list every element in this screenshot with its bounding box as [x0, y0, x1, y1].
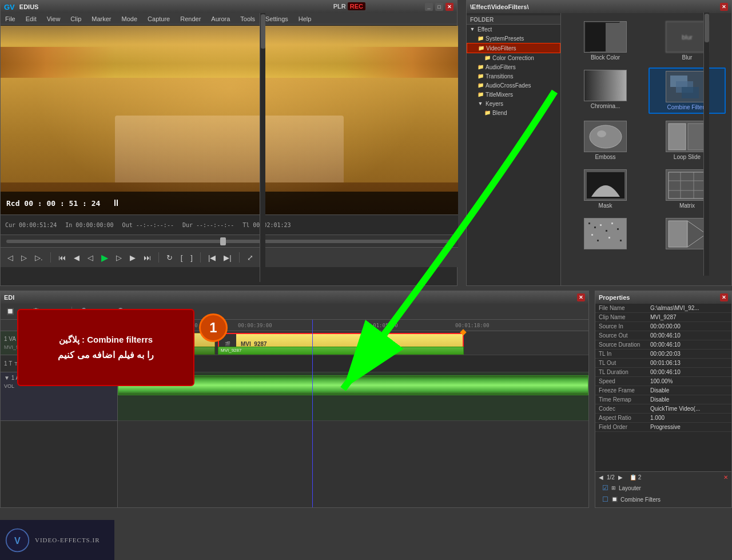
tree-item-colorcorrection[interactable]: 📁 Color Correction [467, 53, 560, 62]
transport-fwd-slow[interactable]: ▷ [114, 252, 124, 263]
timeline-close-button[interactable]: ✕ [577, 293, 585, 301]
menu-marker[interactable]: Marker [89, 15, 113, 22]
scrubber-track[interactable] [6, 240, 452, 243]
transport-back-frame[interactable]: ◀ [71, 252, 82, 263]
effect-label-mask: Mask [599, 202, 612, 209]
prop-val-tlout: 00:01:06:13 [650, 360, 681, 366]
preview-window: GV EDIUS PLR REC _ □ ✕ File Edit View Cl… [0, 0, 458, 286]
prop-tlin: TL In 00:00:20:03 [595, 349, 731, 359]
toolbar-snap[interactable]: 🔲 [4, 307, 17, 316]
effect-emboss[interactable]: Emboss [567, 118, 644, 162]
tree-item-titlemixers[interactable]: 📁 TitleMixers [467, 90, 560, 99]
effect-blur[interactable]: blur Blur [649, 19, 726, 63]
right-main-scrollbar[interactable] [703, 13, 709, 276]
transport-mark-out[interactable]: ] [188, 252, 195, 263]
timecode-display: Rcd 00 : 00 : 51 : 24 [6, 199, 100, 208]
folder-icon-1: 📁 [477, 35, 484, 42]
playhead[interactable] [312, 320, 313, 507]
prop-key-clipname: Clip Name [599, 314, 650, 320]
menu-render[interactable]: Render [178, 15, 203, 22]
effect-thumb-noise [584, 218, 627, 249]
effect-fold[interactable] [649, 216, 726, 253]
transport-extra-1[interactable]: |◀ [206, 252, 218, 263]
tree-label-effect: Effect [478, 26, 492, 33]
cur-label: Cur 00:00:51:24 [5, 222, 57, 228]
svg-rect-25 [620, 240, 622, 241]
transport-separator-4 [239, 252, 240, 263]
props-pagination: ◀ 1/2 ▶ [599, 474, 623, 480]
menu-capture[interactable]: Capture [145, 15, 172, 22]
scrubber-head[interactable] [220, 237, 226, 245]
prop-sourcein: Source In 00:00:00:00 [595, 322, 731, 331]
tree-label-audiofilters: AudioFilters [486, 64, 516, 70]
transport-back-slow[interactable]: ◁ [85, 252, 96, 263]
effect-loop-slide[interactable]: Loop Slide [649, 118, 726, 162]
transport-separator-3 [200, 252, 201, 263]
transport-step-fwd[interactable]: ▷. [33, 252, 45, 263]
tree-item-keyers[interactable]: ▼ Keyers [467, 99, 560, 108]
menu-help[interactable]: Help [296, 15, 314, 22]
effect-mask[interactable]: Mask [567, 167, 644, 211]
tree-item-videofilters[interactable]: 📁 VideoFilters [467, 43, 560, 53]
svg-rect-24 [608, 237, 610, 239]
transport-play[interactable]: ▶ [99, 251, 110, 264]
tree-item-transitions[interactable]: 📁 Transitions [467, 72, 560, 81]
minimize-button[interactable]: _ [425, 3, 433, 11]
effect-close-button[interactable]: ✕ [720, 3, 728, 11]
props-close-button[interactable]: ✕ [720, 293, 728, 301]
svg-point-6 [597, 130, 606, 137]
layouter-check: ☑ [602, 484, 608, 492]
tree-item-audiocrossfades[interactable]: 📁 AudioCrossFades [467, 81, 560, 90]
page-fwd-icon[interactable]: ▶ [618, 474, 623, 480]
plr-label: PLR [333, 3, 346, 10]
transport-mark-in[interactable]: [ [178, 252, 185, 263]
maximize-button[interactable]: □ [435, 3, 443, 11]
prop-key-codec: Codec [599, 406, 650, 412]
close-button[interactable]: ✕ [445, 3, 453, 11]
tree-item-audiofilters[interactable]: 📁 AudioFilters [467, 62, 560, 72]
tree-item-effect[interactable]: ▼ Effect [467, 25, 560, 34]
properties-panel: Properties ✕ File Name G:\almas\MVI_92..… [595, 291, 732, 508]
transport-step-back[interactable]: ▷ [19, 252, 29, 263]
effect-noise[interactable] [567, 216, 644, 253]
menu-aurora[interactable]: Aurora [209, 15, 232, 22]
transport-prev-frame[interactable]: ◁ [5, 252, 15, 263]
menu-edit[interactable]: Edit [23, 15, 39, 22]
menu-view[interactable]: View [45, 15, 63, 22]
effect-block-color[interactable]: Block Color [567, 19, 644, 63]
transport-extra-3[interactable]: ⤢ [245, 252, 256, 263]
transport-loop[interactable]: ↻ [164, 252, 175, 263]
tree-label-titlemixers: TitleMixers [486, 92, 513, 98]
menu-file[interactable]: File [3, 15, 18, 22]
effect-chromina[interactable]: Chromina... [567, 67, 644, 114]
prop-filename: File Name G:\almas\MVI_92... [595, 304, 731, 313]
effect-combine-filters[interactable]: Combine Filters [649, 67, 726, 114]
right-scrollbar-thumb[interactable] [705, 14, 709, 42]
transport-rewind[interactable]: ⏮ [56, 252, 68, 263]
folder-icon-5: 📁 [477, 73, 484, 80]
svg-rect-17 [594, 227, 596, 228]
clip-mvi9287-audio-label: MVI_9287 [218, 347, 464, 355]
prop-key-sourcein: Source In [599, 323, 650, 329]
prop-key-freeze: Freeze Frame [599, 387, 650, 394]
transport-fast-fwd[interactable]: ⏭ [141, 252, 153, 263]
transport-fwd-frame[interactable]: ▶ [128, 252, 138, 263]
page-back-icon[interactable]: ◀ [599, 474, 603, 480]
transport-extra-2[interactable]: ▶| [221, 252, 233, 263]
tree-item-blend[interactable]: 📁 Blend [467, 108, 560, 117]
effect-thumb-chromina [584, 70, 627, 101]
svg-point-5 [590, 125, 622, 148]
scrubber-area[interactable] [1, 235, 458, 247]
tree-item-systempresets[interactable]: 📁 SystemPresets [467, 34, 560, 43]
menu-tools[interactable]: Tools [238, 15, 257, 22]
clip-name-9287-v: MVI_9287 [238, 341, 270, 347]
menu-mode[interactable]: Mode [120, 15, 140, 22]
transport-separator-1 [50, 252, 51, 263]
app-logo: GV [4, 3, 15, 11]
props-close-icon[interactable]: ✕ [723, 474, 728, 480]
menu-settings[interactable]: Settings [263, 15, 291, 22]
svg-rect-7 [669, 124, 686, 150]
transport-bar: ◁ ▷ ▷. ⏮ ◀ ◁ ▶ ▷ ▶ ⏭ ↻ [ ] |◀ ▶| ⤢ [1, 247, 458, 267]
effect-matrix[interactable]: Matrix [649, 167, 726, 211]
menu-clip[interactable]: Clip [68, 15, 83, 22]
